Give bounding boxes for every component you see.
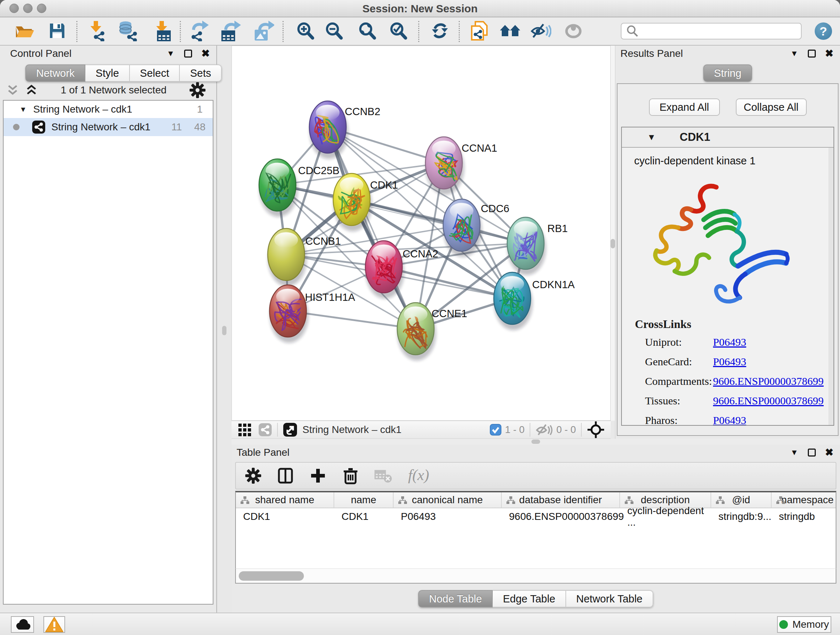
results-scrollbar[interactable] — [829, 148, 834, 425]
table-panel-maximize-icon[interactable] — [808, 448, 816, 456]
detach-view-icon[interactable] — [283, 423, 297, 437]
collapse-all-networks-icon[interactable] — [25, 84, 38, 97]
table-cell[interactable]: cyclin-dependent ... — [620, 508, 711, 525]
apply-layout-button[interactable] — [424, 17, 456, 46]
zoom-in-button[interactable] — [289, 17, 321, 46]
hide-graphics-button[interactable] — [525, 17, 557, 46]
network-options-gear-icon[interactable] — [189, 81, 206, 99]
table-cell[interactable]: stringdb — [772, 508, 836, 525]
toolbar-search-field[interactable] — [643, 25, 797, 37]
network-node-RB1[interactable]: RB1 — [507, 217, 568, 275]
network-node-CCNA1[interactable]: CCNA1 — [425, 137, 497, 195]
crosslink-link[interactable]: P06493 — [713, 356, 746, 368]
control-panel-float-icon[interactable]: ▼ — [167, 49, 175, 58]
column-header-namespace[interactable]: namespace — [772, 492, 836, 508]
results-panel-maximize-icon[interactable] — [808, 50, 816, 57]
collapse-all-button[interactable]: Collapse All — [736, 98, 807, 116]
zoom-selected-button[interactable] — [382, 17, 414, 46]
column-header-database-identifier[interactable]: database identifier — [502, 492, 620, 508]
import-table-file-button[interactable] — [147, 17, 179, 46]
network-node-CDKN1A[interactable]: CDKN1A — [494, 272, 575, 330]
horizontal-splitter[interactable] — [232, 439, 840, 445]
network-collection-row[interactable]: ▼ String Network – cdk1 1 — [4, 101, 213, 118]
results-panel-float-icon[interactable]: ▼ — [790, 49, 798, 58]
export-network-button[interactable] — [183, 17, 215, 46]
table-cell[interactable]: 9606.ENSP00000378699 — [502, 508, 620, 525]
collection-expand-icon[interactable]: ▼ — [19, 105, 27, 114]
show-columns-icon[interactable] — [276, 467, 294, 485]
import-network-file-button[interactable] — [81, 17, 112, 46]
expand-all-button[interactable]: Expand All — [649, 98, 720, 116]
table-settings-gear-icon[interactable] — [245, 467, 262, 485]
column-header-canonical-name[interactable]: canonical name — [393, 492, 502, 508]
open-file-button[interactable] — [8, 17, 40, 46]
crosslink-link[interactable]: P06493 — [713, 414, 746, 425]
save-session-button[interactable] — [41, 17, 73, 46]
help-button[interactable]: ? — [815, 22, 832, 40]
scrollbar-thumb[interactable] — [239, 571, 304, 581]
bottom-splitter-handle[interactable] — [531, 440, 540, 444]
table-panel-close-icon[interactable]: ✖ — [825, 448, 834, 456]
show-graphics-button[interactable] — [558, 17, 590, 46]
import-network-database-button[interactable] — [112, 17, 144, 46]
string-results-box: Expand All Collapse All ▼ CDK1 cyclin-de… — [617, 83, 838, 436]
tab-network-table[interactable]: Network Table — [566, 590, 653, 608]
left-splitter-handle[interactable] — [222, 326, 226, 335]
create-column-icon[interactable] — [309, 467, 327, 485]
hidden-items-icon[interactable] — [535, 423, 553, 437]
crosslink-link[interactable]: 9606.ENSP00000378699 — [713, 394, 824, 407]
zoom-out-button[interactable] — [318, 17, 350, 46]
table-cell[interactable]: CDK1 — [334, 508, 393, 525]
new-network-from-selection-button[interactable] — [463, 17, 495, 46]
table-cell[interactable]: CDK1 — [236, 508, 334, 525]
crosslink-link[interactable]: 9606.ENSP00000378699 — [713, 375, 824, 387]
table-cell[interactable]: stringdb:9... — [711, 508, 772, 525]
selected-items-checkbox[interactable] — [490, 424, 501, 435]
tab-sets[interactable]: Sets — [180, 65, 222, 82]
delete-column-icon[interactable] — [341, 467, 360, 485]
memory-button[interactable]: Memory — [777, 616, 831, 633]
column-header--id[interactable]: @id — [711, 492, 772, 508]
export-image-button[interactable] — [248, 17, 279, 46]
zoom-fit-button[interactable] — [351, 17, 383, 46]
network-view-canvas[interactable]: CCNB2 CCNA1 CDC25B CDK1 CDC6 R — [232, 46, 611, 421]
crosslink-link[interactable]: P06493 — [713, 336, 746, 348]
network-view-toolbar: String Network – cdk1 1 - 0 0 - 0 — [232, 421, 611, 439]
table-row[interactable]: CDK1CDK1P064939606.ENSP00000378699cyclin… — [236, 508, 836, 525]
search-input[interactable] — [621, 23, 802, 40]
network-overview-icon[interactable] — [258, 423, 272, 437]
tab-network[interactable]: Network — [25, 65, 85, 82]
column-header-name[interactable]: name — [334, 492, 393, 508]
right-splitter-handle[interactable] — [611, 239, 615, 249]
results-panel-close-icon[interactable]: ✖ — [825, 50, 834, 57]
tab-string[interactable]: String — [703, 65, 752, 82]
export-table-button[interactable] — [215, 17, 246, 46]
string-home-button[interactable] — [494, 17, 526, 46]
node-result-header[interactable]: ▼ CDK1 — [622, 127, 834, 147]
warnings-button[interactable] — [43, 616, 65, 633]
grid-mode-icon[interactable] — [237, 423, 252, 437]
collection-label: String Network – cdk1 — [33, 103, 133, 115]
column-header-description[interactable]: description — [620, 492, 711, 508]
expand-all-networks-icon[interactable] — [6, 84, 19, 97]
network-node-CCNB2[interactable]: CCNB2 — [309, 101, 380, 159]
node-result-card: ▼ CDK1 cyclin-dependent kinase 1 CrossLi… — [621, 127, 834, 426]
network-node-CCNE1[interactable]: CCNE1 — [397, 302, 467, 361]
export-image-icon — [253, 20, 274, 43]
control-panel-close-icon[interactable]: ✖ — [202, 50, 210, 57]
birdseye-view-icon[interactable] — [587, 421, 605, 439]
tab-select[interactable]: Select — [130, 65, 180, 82]
cloud-button[interactable] — [11, 616, 34, 633]
tab-style[interactable]: Style — [85, 65, 129, 82]
column-header-shared-name[interactable]: shared name — [236, 492, 334, 508]
network-results-splitter[interactable] — [611, 46, 615, 421]
tab-edge-table[interactable]: Edge Table — [493, 590, 566, 608]
tab-node-table[interactable]: Node Table — [418, 590, 493, 608]
node-result-expand-icon[interactable]: ▼ — [647, 132, 656, 142]
network-row[interactable]: String Network – cdk1 11 48 — [4, 118, 213, 136]
table-horizontal-scrollbar[interactable] — [235, 568, 836, 584]
table-panel-float-icon[interactable]: ▼ — [790, 448, 798, 457]
new-network-from-selection-icon — [470, 20, 489, 43]
control-panel-maximize-icon[interactable] — [184, 50, 192, 57]
table-cell[interactable]: P06493 — [393, 508, 502, 525]
